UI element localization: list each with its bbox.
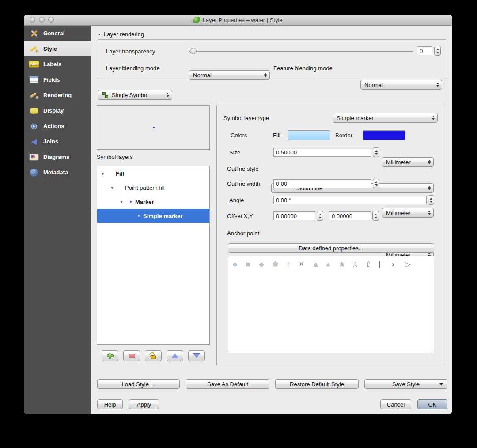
shape-cross[interactable]: + xyxy=(286,260,299,269)
ok-button[interactable]: OK xyxy=(417,399,447,409)
marker-shape-row: ● ■ ◆ + × ▲ ▲ ★ ☆ ⇧ | › ▷ xyxy=(228,256,434,269)
help-button[interactable]: Help xyxy=(97,399,123,409)
data-defined-properties-button[interactable]: Data defined properties... xyxy=(228,243,434,253)
diagram-icon xyxy=(29,152,39,162)
sidebar-item-actions[interactable]: ⚙ Actions xyxy=(24,118,91,134)
angle-label: Angle xyxy=(229,197,244,203)
anchor-point-label: Anchor point xyxy=(227,230,259,237)
restore-default-style-button[interactable]: Restore Default Style xyxy=(275,379,359,389)
layer-blending-mode-select[interactable]: Normal xyxy=(189,70,270,80)
sidebar-item-general[interactable]: General xyxy=(24,26,91,41)
zoom-window-button[interactable] xyxy=(48,17,54,23)
remove-symbol-layer-button[interactable] xyxy=(123,350,140,361)
add-symbol-layer-button[interactable] xyxy=(102,350,118,361)
close-window-button[interactable] xyxy=(30,17,35,23)
move-layer-up-button[interactable] xyxy=(167,350,183,361)
outline-width-unit-select[interactable]: Millimeter xyxy=(382,208,434,218)
sidebar-item-metadata[interactable]: i Metadata xyxy=(24,165,91,180)
slider-knob[interactable] xyxy=(190,48,197,54)
marker-preview-dot xyxy=(130,201,132,203)
offset-x-stepper[interactable] xyxy=(317,211,323,221)
tree-row-simple-marker[interactable]: Simple marker xyxy=(97,209,209,223)
sidebar-item-label: Rendering xyxy=(43,92,72,98)
sidebar-item-labels[interactable]: abc Labels xyxy=(24,56,91,72)
border-color-swatch[interactable] xyxy=(363,130,405,140)
shape-triangle[interactable]: ▲ xyxy=(312,260,326,268)
renderer-select[interactable]: Single Symbol xyxy=(98,90,172,100)
offset-y-stepper[interactable] xyxy=(372,211,379,221)
symbol-preview xyxy=(97,105,210,150)
size-input[interactable]: 0.50000 xyxy=(273,148,371,157)
shape-cross2[interactable]: × xyxy=(299,260,312,269)
titlebar[interactable]: Layer Properties – water | Style xyxy=(24,15,452,26)
fill-label: Fill xyxy=(273,132,280,139)
tree-item-label: Fill xyxy=(116,170,124,177)
load-style-button[interactable]: Load Style ... xyxy=(97,379,180,389)
size-unit-select[interactable]: Millimeter xyxy=(382,157,434,167)
size-stepper[interactable] xyxy=(373,147,379,157)
feature-blending-mode-select[interactable]: Normal xyxy=(360,80,442,90)
cancel-button[interactable]: Cancel xyxy=(380,399,411,409)
sidebar-item-rendering[interactable]: Rendering xyxy=(24,87,91,103)
shape-square[interactable]: ■ xyxy=(246,260,259,268)
updown-arrows-icon xyxy=(428,186,431,190)
tree-row-point-pattern-fill[interactable]: ▼ Point pattern fill xyxy=(97,181,209,195)
abc-badge: abc xyxy=(29,61,39,68)
angle-stepper[interactable] xyxy=(428,195,434,205)
outline-width-stepper[interactable] xyxy=(373,179,379,188)
open-lock-icon xyxy=(151,355,156,359)
sidebar-item-diagrams[interactable]: Diagrams xyxy=(24,149,91,165)
tools-icon xyxy=(29,28,39,39)
dropdown-arrow-icon xyxy=(439,383,443,386)
lock-symbol-layer-button[interactable] xyxy=(145,350,162,361)
shape-diamond[interactable]: ◆ xyxy=(259,261,273,267)
sidebar-item-fields[interactable]: Fields xyxy=(24,72,91,87)
minimize-window-button[interactable] xyxy=(39,17,45,23)
offset-y-input[interactable]: 0.00000 xyxy=(329,211,371,220)
shape-arrow[interactable]: ⇧ xyxy=(365,260,379,268)
layer-blending-mode-label: Layer blending mode xyxy=(106,65,159,72)
shape-pentagon[interactable] xyxy=(273,260,286,268)
symbol-layers-label: Symbol layers xyxy=(97,154,133,160)
window-title-text: Layer Properties – water | Style xyxy=(202,17,282,23)
gear-icon: ⚙ xyxy=(29,121,39,132)
offset-x-input[interactable]: 0.00000 xyxy=(273,211,315,220)
shape-star[interactable]: ☆ xyxy=(352,260,365,268)
shape-regular-star[interactable]: ★ xyxy=(339,260,352,268)
symbol-layer-properties-panel: Symbol layer type Simple marker Colors F… xyxy=(216,105,445,365)
shape-equilateral-triangle[interactable]: ▲ xyxy=(326,261,339,267)
shape-circle[interactable]: ● xyxy=(233,260,246,269)
symbol-layer-type-label: Symbol layer type xyxy=(223,115,269,121)
single-symbol-icon xyxy=(102,92,109,98)
expand-triangle-icon[interactable]: ▼ xyxy=(119,200,125,204)
tree-row-fill[interactable]: ▼ Fill xyxy=(97,166,209,181)
shape-filled-arrowhead[interactable]: ▷ xyxy=(405,260,418,268)
sidebar-item-label: Labels xyxy=(43,61,61,68)
expand-triangle-icon[interactable]: ▼ xyxy=(101,171,106,176)
feature-blending-mode-label: Feature blending mode xyxy=(273,65,333,72)
save-as-default-button[interactable]: Save As Default xyxy=(186,379,269,389)
angle-input[interactable]: 0.00 ° xyxy=(273,196,427,204)
shape-chevron[interactable]: › xyxy=(392,260,405,268)
symbol-preview-dot xyxy=(153,127,155,128)
layer-transparency-value[interactable]: 0 xyxy=(417,46,432,55)
layer-rendering-collapse[interactable]: Layer rendering xyxy=(98,31,144,38)
sidebar-item-display[interactable]: Display xyxy=(24,103,91,118)
sidebar-item-joins[interactable]: ◀ Joins xyxy=(24,134,91,149)
sidebar-item-label: General xyxy=(43,30,64,37)
fill-color-swatch[interactable] xyxy=(288,130,330,140)
outline-width-input[interactable]: 0.00 xyxy=(273,179,371,188)
slider-track[interactable] xyxy=(189,51,413,52)
sidebar: General Style abc Labels Fields Renderin… xyxy=(24,26,91,414)
shape-line[interactable]: | xyxy=(379,260,392,268)
move-layer-down-button[interactable] xyxy=(188,350,205,361)
expand-triangle-icon[interactable]: ▼ xyxy=(110,185,115,190)
layer-transparency-stepper[interactable] xyxy=(434,46,441,56)
sidebar-item-style[interactable]: Style xyxy=(24,41,91,56)
apply-button[interactable]: Apply xyxy=(129,399,159,409)
tree-row-marker[interactable]: ▼ Marker xyxy=(97,195,209,209)
layer-transparency-slider[interactable] xyxy=(189,48,413,55)
save-style-button[interactable]: Save Style xyxy=(364,379,447,389)
symbol-layer-type-value: Simple marker xyxy=(337,115,374,121)
symbol-layer-type-select[interactable]: Simple marker xyxy=(333,113,438,123)
